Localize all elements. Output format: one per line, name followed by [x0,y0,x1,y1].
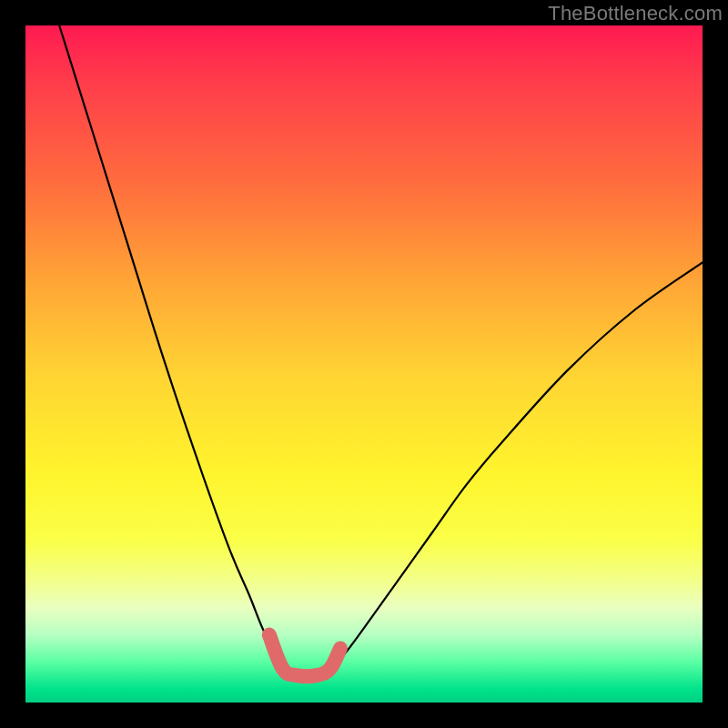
highlight-segment [269,635,340,677]
chart-frame: TheBottleneck.com [0,0,728,728]
left-curve [59,25,286,669]
watermark-text: TheBottleneck.com [548,2,723,25]
curves-layer [25,25,703,703]
plot-area [25,25,703,703]
right-curve [330,262,703,668]
